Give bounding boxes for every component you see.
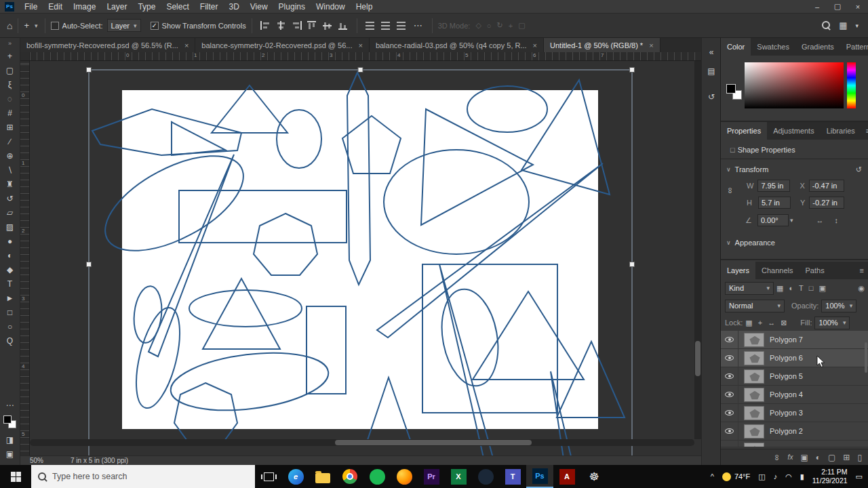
battery-tray-icon[interactable]: ▮ [800,472,804,481]
taskbar-app-settings[interactable]: ☸ [580,465,608,488]
layer-thumbnail[interactable] [744,443,764,447]
opacity-dropdown[interactable]: 100%▾ [821,300,856,312]
dock-panel-icon[interactable]: ▤ [702,66,721,76]
lock-transparent-pixels-icon[interactable]: ▦ [745,319,752,327]
filter-smart-objects-icon[interactable]: ▣ [818,284,825,293]
transform-section-header[interactable]: ∨ Transform ↺ [721,163,868,176]
menu-image[interactable]: Image [68,0,101,14]
layer-row-polygon-4[interactable]: Polygon 4 [721,386,868,404]
menu-edit[interactable]: Edit [43,0,68,14]
layer-mask-icon[interactable]: ▣ [800,453,808,462]
taskbar-app-excel[interactable]: X [445,465,472,488]
reset-transform-icon[interactable]: ↺ [856,165,862,174]
menu-filter[interactable]: Filter [195,0,224,14]
search-icon[interactable] [822,21,831,30]
fill-dropdown[interactable]: 100%▾ [814,317,850,329]
tab-color[interactable]: Color [721,38,751,56]
tab-gradients[interactable]: Gradients [795,38,840,56]
menu-help[interactable]: Help [351,0,378,14]
workspace-switcher-icon[interactable]: ▦ [839,20,847,30]
eyedropper-tool[interactable]: ∕ [0,134,20,148]
align-top-edges-icon[interactable] [307,21,317,30]
taskbar-app-edge[interactable]: e [282,465,309,488]
distribute-spacing-icon[interactable] [397,21,407,30]
tab-swatches[interactable]: Swatches [751,38,795,56]
auto-select-checkbox[interactable] [51,22,59,30]
object-selection-tool[interactable]: ◌ [0,92,20,106]
collapse-tools-icon[interactable]: » [8,38,12,49]
foreground-color-swatch[interactable] [726,84,736,94]
panel-menu-icon[interactable]: ≡ [855,262,868,279]
display-tray-icon[interactable]: ◫ [758,472,765,481]
taskbar-search[interactable]: Type here to search [31,465,255,488]
hue-slider[interactable] [847,62,856,108]
blur-tool[interactable]: ● [0,234,20,248]
layer-thumbnail[interactable] [744,406,764,420]
close-tab-icon[interactable]: × [184,41,189,49]
tab-libraries[interactable]: Libraries [821,122,861,140]
taskbar-app-photoshop[interactable]: Ps [526,465,553,488]
show-transform-checkbox[interactable]: ✓ [151,22,159,30]
filter-kind-dropdown[interactable]: Kind▾ [725,282,774,295]
healing-brush-tool[interactable]: ⊕ [0,148,20,163]
layer-name[interactable]: Polygon 6 [770,354,803,362]
taskbar-app-teams[interactable]: T [499,465,526,488]
restore-button[interactable]: ▢ [827,0,848,14]
layer-effects-icon[interactable]: fx [788,453,793,461]
shape-tool[interactable]: □ [0,305,20,319]
horizontal-scrollbar-thumb[interactable] [335,440,532,445]
taskbar-app-chrome[interactable] [336,465,363,488]
menu-select[interactable]: Select [161,0,194,14]
width-field[interactable]: 7.95 in [757,180,790,192]
align-bottom-edges-icon[interactable] [338,21,349,30]
start-button[interactable] [0,465,31,488]
layer-row-polygon-5[interactable]: Polygon 5 [721,367,868,386]
close-tab-icon[interactable]: × [358,41,362,49]
x-position-field[interactable]: -0.47 in [809,180,844,192]
task-view-button[interactable] [255,465,282,488]
tray-expand-icon[interactable]: ^ [711,472,714,481]
layer-name[interactable]: Polygon 7 [770,336,803,344]
panel-menu-icon[interactable]: ≡ [861,122,868,140]
menu-type[interactable]: Type [132,0,161,14]
distribute-vertical-icon[interactable] [366,21,376,30]
filter-type-layers-icon[interactable]: T [799,284,804,292]
delete-layer-icon[interactable]: ▯ [857,453,862,462]
taskbar-app-premiere[interactable]: Pr [418,465,445,488]
canvas-area[interactable]: 0 1 2 3 4 5 6 7 0 1 2 3 4 5 [20,52,701,455]
rotation-dropdown-icon[interactable]: ▾ [790,217,793,224]
lock-all-icon[interactable]: ⊠ [781,319,787,327]
path-selection-tool[interactable]: ► [0,291,20,305]
gradient-tool[interactable]: ▨ [0,220,20,234]
document-tab-1[interactable]: bofill-symmetry-Recovered.psd @ 56.5% (R… [20,38,195,52]
visibility-eye-icon[interactable] [721,422,738,441]
move-tool-options-icon[interactable]: + [24,20,29,30]
taskbar-app-file-explorer[interactable] [309,465,336,488]
menu-file[interactable]: File [19,0,43,14]
layer-group-icon[interactable]: ▢ [828,453,835,462]
visibility-eye-icon[interactable] [721,404,738,422]
zoom-level[interactable]: 50% [30,457,43,464]
layer-row-polygon-2[interactable]: Polygon 2 [721,422,868,441]
dock-collapse-icon[interactable]: « [702,47,721,57]
taskbar-app-steam[interactable] [472,465,499,488]
auto-select-target-dropdown[interactable]: Layer▾ [107,19,141,32]
workspace-chevron-icon[interactable]: ▾ [855,22,859,29]
menu-layer[interactable]: Layer [101,0,132,14]
lasso-tool[interactable]: ξ [0,77,20,92]
frame-tool[interactable]: ⊞ [0,120,20,134]
layer-thumbnail[interactable] [744,369,764,384]
minimize-button[interactable]: – [807,0,827,14]
layers-scrollbar-thumb[interactable] [865,342,867,373]
align-vertical-centers-icon[interactable] [323,21,333,30]
filter-adjustment-layers-icon[interactable]: ◐ [789,284,793,292]
layer-name[interactable]: Polygon 3 [770,409,803,417]
dock-history-icon[interactable]: ↺ [702,92,721,102]
layer-row-polygon-6[interactable]: Polygon 6 [721,349,868,367]
color-panel-swatches[interactable] [726,84,744,102]
close-tab-icon[interactable]: × [649,41,653,49]
align-horizontal-centers-icon[interactable] [276,21,286,30]
menu-plugins[interactable]: Plugins [273,0,311,14]
foreground-background-colors[interactable] [3,415,17,429]
dodge-tool[interactable]: ◐ [0,248,20,262]
